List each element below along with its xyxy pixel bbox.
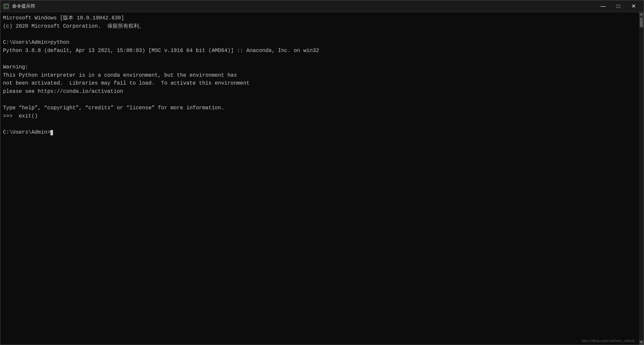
svg-rect-3 [5, 6, 7, 7]
minimize-button[interactable]: — [596, 0, 611, 12]
terminal-line-empty [3, 31, 641, 39]
scrollbar[interactable]: ▲ ▼ [639, 12, 644, 345]
window-controls: — □ ✕ [596, 0, 641, 12]
terminal-body[interactable]: Microsoft Windows [版本 10.0.19042.630] (c… [0, 12, 644, 345]
terminal-line: Warning: [3, 63, 641, 71]
scroll-up-button[interactable]: ▲ [639, 12, 644, 17]
terminal-prompt-line: C:\Users\Admin> [3, 128, 641, 137]
scrollbar-thumb[interactable] [640, 17, 643, 27]
titlebar: 命令提示符 — □ ✕ [0, 0, 644, 12]
window-title: 命令提示符 [12, 3, 596, 9]
svg-rect-2 [5, 6, 6, 6]
scroll-down-button[interactable]: ▼ [639, 340, 644, 345]
terminal-line-empty [3, 96, 641, 104]
terminal-line-empty [3, 120, 641, 128]
terminal-line-type-hint: Type “help”, “copyright”, “credits” or “… [3, 104, 641, 112]
terminal-line: not been activated. Libraries may fail t… [3, 79, 641, 88]
terminal-line: This Python interpreter is in a conda en… [3, 71, 641, 80]
terminal-line: (c) 2020 Microsoft Corporation. 保留所有权利。 [3, 22, 641, 31]
watermark: https://blog.csdn.net/tech_otaku0... [581, 338, 638, 343]
close-button[interactable]: ✕ [626, 0, 641, 12]
cmd-window: 命令提示符 — □ ✕ Microsoft Windows [版本 10.0.1… [0, 0, 644, 345]
terminal-line: please see https://conda.io/activation [3, 88, 641, 96]
window-icon [3, 3, 10, 10]
terminal-line-empty [3, 55, 641, 63]
maximize-button[interactable]: □ [611, 0, 626, 12]
terminal-line: >>> exit() [3, 112, 641, 120]
terminal-line: Microsoft Windows [版本 10.0.19042.630] [3, 14, 641, 22]
terminal-line: Python 3.8.8 (default, Apr 13 2021, 15:0… [3, 47, 641, 55]
terminal-cursor [50, 130, 53, 135]
terminal-line: C:\Users\Admin>python [3, 39, 641, 47]
